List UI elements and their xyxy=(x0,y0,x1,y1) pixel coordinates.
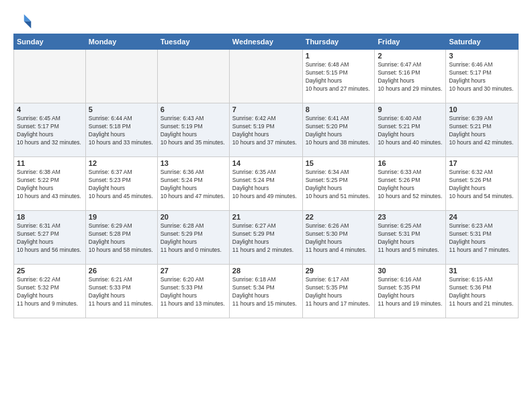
calendar-cell-27: 27Sunrise: 6:20 AMSunset: 5:33 PMDayligh… xyxy=(157,265,229,318)
svg-marker-0 xyxy=(24,14,32,21)
cell-content: Sunrise: 6:31 AMSunset: 5:27 PMDaylight … xyxy=(17,222,83,255)
day-number: 18 xyxy=(17,213,83,221)
calendar-cell-2: 2Sunrise: 6:47 AMSunset: 5:16 PMDaylight… xyxy=(375,50,446,103)
day-number: 9 xyxy=(378,105,443,113)
calendar-cell-15: 15Sunrise: 6:34 AMSunset: 5:25 PMDayligh… xyxy=(302,157,375,211)
calendar-cell-16: 16Sunrise: 6:33 AMSunset: 5:26 PMDayligh… xyxy=(375,157,446,211)
cell-content: Sunrise: 6:40 AMSunset: 5:21 PMDaylight … xyxy=(378,115,443,147)
cell-content: Sunrise: 6:27 AMSunset: 5:29 PMDaylight … xyxy=(232,222,300,255)
cell-content: Sunrise: 6:32 AMSunset: 5:26 PMDaylight … xyxy=(449,169,515,201)
cell-content: Sunrise: 6:43 AMSunset: 5:19 PMDaylight … xyxy=(161,115,226,147)
day-number: 5 xyxy=(89,105,154,113)
day-number: 2 xyxy=(378,52,443,60)
day-number: 4 xyxy=(17,105,83,113)
week-row-0: 1Sunrise: 6:48 AMSunset: 5:15 PMDaylight… xyxy=(14,50,519,103)
calendar-cell-19: 19Sunrise: 6:29 AMSunset: 5:28 PMDayligh… xyxy=(85,211,157,265)
day-number: 11 xyxy=(17,159,83,167)
calendar-cell-9: 9Sunrise: 6:40 AMSunset: 5:21 PMDaylight… xyxy=(375,103,446,157)
cell-content: Sunrise: 6:15 AMSunset: 5:36 PMDaylight … xyxy=(449,276,515,308)
cell-content: Sunrise: 6:34 AMSunset: 5:25 PMDaylight … xyxy=(306,169,372,201)
day-number: 13 xyxy=(161,159,226,167)
header-row: SundayMondayTuesdayWednesdayThursdayFrid… xyxy=(14,34,519,50)
calendar-cell-12: 12Sunrise: 6:37 AMSunset: 5:23 PMDayligh… xyxy=(85,157,157,211)
day-number: 25 xyxy=(17,267,83,275)
svg-marker-1 xyxy=(24,21,32,29)
logo xyxy=(13,11,35,30)
calendar-cell-5: 5Sunrise: 6:44 AMSunset: 5:18 PMDaylight… xyxy=(85,103,157,157)
calendar-cell-14: 14Sunrise: 6:35 AMSunset: 5:24 PMDayligh… xyxy=(229,157,302,211)
day-number: 21 xyxy=(232,213,300,221)
day-header-thursday: Thursday xyxy=(302,34,375,50)
day-number: 26 xyxy=(89,267,154,275)
calendar-cell-22: 22Sunrise: 6:26 AMSunset: 5:30 PMDayligh… xyxy=(302,211,375,265)
calendar-cell-31: 31Sunrise: 6:15 AMSunset: 5:36 PMDayligh… xyxy=(446,265,519,318)
calendar-cell-3: 3Sunrise: 6:46 AMSunset: 5:17 PMDaylight… xyxy=(446,50,519,103)
page: SundayMondayTuesdayWednesdayThursdayFrid… xyxy=(0,0,532,411)
cell-content: Sunrise: 6:42 AMSunset: 5:19 PMDaylight … xyxy=(232,115,300,147)
day-number: 12 xyxy=(89,159,154,167)
day-number: 29 xyxy=(306,267,372,275)
day-number: 22 xyxy=(306,213,372,221)
cell-content: Sunrise: 6:25 AMSunset: 5:31 PMDaylight … xyxy=(378,222,443,255)
logo-icon xyxy=(13,11,32,30)
day-number: 16 xyxy=(378,159,443,167)
calendar-cell-empty-0-1 xyxy=(85,50,157,103)
cell-content: Sunrise: 6:45 AMSunset: 5:17 PMDaylight … xyxy=(17,115,83,147)
day-number: 6 xyxy=(161,105,226,113)
calendar-cell-7: 7Sunrise: 6:42 AMSunset: 5:19 PMDaylight… xyxy=(229,103,302,157)
day-number: 7 xyxy=(232,105,300,113)
day-header-sunday: Sunday xyxy=(14,34,86,50)
calendar-table: SundayMondayTuesdayWednesdayThursdayFrid… xyxy=(13,34,519,318)
day-number: 3 xyxy=(449,52,515,60)
cell-content: Sunrise: 6:38 AMSunset: 5:22 PMDaylight … xyxy=(17,169,83,201)
cell-content: Sunrise: 6:29 AMSunset: 5:28 PMDaylight … xyxy=(89,222,154,255)
day-number: 23 xyxy=(378,213,443,221)
calendar-cell-24: 24Sunrise: 6:23 AMSunset: 5:31 PMDayligh… xyxy=(446,211,519,265)
cell-content: Sunrise: 6:23 AMSunset: 5:31 PMDaylight … xyxy=(449,222,515,255)
cell-content: Sunrise: 6:22 AMSunset: 5:32 PMDaylight … xyxy=(17,276,83,308)
calendar-cell-empty-0-3 xyxy=(229,50,302,103)
cell-content: Sunrise: 6:48 AMSunset: 5:15 PMDaylight … xyxy=(306,61,372,93)
calendar-cell-6: 6Sunrise: 6:43 AMSunset: 5:19 PMDaylight… xyxy=(157,103,229,157)
day-number: 1 xyxy=(306,52,372,60)
calendar-cell-1: 1Sunrise: 6:48 AMSunset: 5:15 PMDaylight… xyxy=(302,50,375,103)
cell-content: Sunrise: 6:17 AMSunset: 5:35 PMDaylight … xyxy=(306,276,372,308)
day-header-saturday: Saturday xyxy=(446,34,519,50)
cell-content: Sunrise: 6:44 AMSunset: 5:18 PMDaylight … xyxy=(89,115,154,147)
cell-content: Sunrise: 6:28 AMSunset: 5:29 PMDaylight … xyxy=(161,222,226,255)
cell-content: Sunrise: 6:18 AMSunset: 5:34 PMDaylight … xyxy=(232,276,300,308)
cell-content: Sunrise: 6:47 AMSunset: 5:16 PMDaylight … xyxy=(378,61,443,93)
day-number: 17 xyxy=(449,159,515,167)
calendar-cell-30: 30Sunrise: 6:16 AMSunset: 5:35 PMDayligh… xyxy=(375,265,446,318)
calendar-cell-8: 8Sunrise: 6:41 AMSunset: 5:20 PMDaylight… xyxy=(302,103,375,157)
week-row-3: 18Sunrise: 6:31 AMSunset: 5:27 PMDayligh… xyxy=(14,211,519,265)
cell-content: Sunrise: 6:20 AMSunset: 5:33 PMDaylight … xyxy=(161,276,226,308)
calendar-cell-10: 10Sunrise: 6:39 AMSunset: 5:21 PMDayligh… xyxy=(446,103,519,157)
day-header-friday: Friday xyxy=(375,34,446,50)
day-number: 27 xyxy=(161,267,226,275)
day-header-tuesday: Tuesday xyxy=(157,34,229,50)
calendar-cell-23: 23Sunrise: 6:25 AMSunset: 5:31 PMDayligh… xyxy=(375,211,446,265)
day-number: 30 xyxy=(378,267,443,275)
day-number: 31 xyxy=(449,267,515,275)
calendar-cell-18: 18Sunrise: 6:31 AMSunset: 5:27 PMDayligh… xyxy=(14,211,86,265)
cell-content: Sunrise: 6:33 AMSunset: 5:26 PMDaylight … xyxy=(378,169,443,201)
calendar-cell-26: 26Sunrise: 6:21 AMSunset: 5:33 PMDayligh… xyxy=(85,265,157,318)
cell-content: Sunrise: 6:36 AMSunset: 5:24 PMDaylight … xyxy=(161,169,226,201)
cell-content: Sunrise: 6:21 AMSunset: 5:33 PMDaylight … xyxy=(89,276,154,308)
day-number: 15 xyxy=(306,159,372,167)
cell-content: Sunrise: 6:35 AMSunset: 5:24 PMDaylight … xyxy=(232,169,300,201)
cell-content: Sunrise: 6:41 AMSunset: 5:20 PMDaylight … xyxy=(306,115,372,147)
day-number: 10 xyxy=(449,105,515,113)
day-number: 28 xyxy=(232,267,300,275)
calendar-cell-25: 25Sunrise: 6:22 AMSunset: 5:32 PMDayligh… xyxy=(14,265,86,318)
cell-content: Sunrise: 6:46 AMSunset: 5:17 PMDaylight … xyxy=(449,61,515,93)
calendar-cell-4: 4Sunrise: 6:45 AMSunset: 5:17 PMDaylight… xyxy=(14,103,86,157)
week-row-2: 11Sunrise: 6:38 AMSunset: 5:22 PMDayligh… xyxy=(14,157,519,211)
calendar-cell-17: 17Sunrise: 6:32 AMSunset: 5:26 PMDayligh… xyxy=(446,157,519,211)
day-number: 24 xyxy=(449,213,515,221)
week-row-1: 4Sunrise: 6:45 AMSunset: 5:17 PMDaylight… xyxy=(14,103,519,157)
cell-content: Sunrise: 6:26 AMSunset: 5:30 PMDaylight … xyxy=(306,222,372,255)
calendar-cell-empty-0-2 xyxy=(157,50,229,103)
day-header-monday: Monday xyxy=(85,34,157,50)
